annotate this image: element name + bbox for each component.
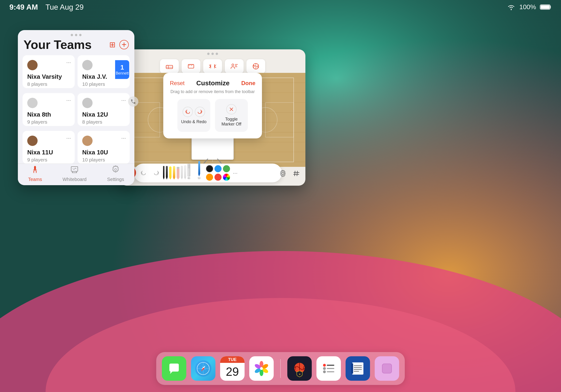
team-avatar-3 bbox=[82, 98, 93, 108]
tab-whiteboard-label: Whiteboard bbox=[63, 177, 86, 182]
notif-name: Bennett bbox=[116, 71, 129, 76]
teams-grid-icon[interactable]: ⊞ bbox=[109, 40, 116, 49]
tab-whiteboard[interactable]: Whiteboard bbox=[63, 165, 86, 182]
redo-icon bbox=[195, 107, 205, 117]
team-players-4: 9 players bbox=[27, 157, 70, 163]
dock-app-safari[interactable] bbox=[191, 356, 216, 381]
draw-undo-btn[interactable] bbox=[139, 170, 149, 176]
customize-item-undo[interactable]: Undo & Redo bbox=[177, 99, 210, 132]
wb-dot-3 bbox=[216, 53, 218, 55]
color-orange[interactable] bbox=[206, 174, 213, 181]
team-players-0: 8 players bbox=[27, 81, 70, 87]
team-card-4[interactable]: Nixa 11U 9 players ··· bbox=[22, 131, 75, 164]
wb-settings-icon[interactable] bbox=[277, 168, 289, 179]
wb-tool-players[interactable] bbox=[225, 59, 244, 73]
svg-point-18 bbox=[232, 64, 234, 66]
pen-medium-dark[interactable] bbox=[166, 166, 168, 180]
pen-blue-accent[interactable]: 50 bbox=[198, 161, 200, 180]
pen-fine-black[interactable] bbox=[163, 166, 164, 180]
team-menu-2[interactable]: ··· bbox=[66, 97, 71, 103]
ruler-tool[interactable]: 80 bbox=[187, 164, 190, 180]
team-avatar-2 bbox=[27, 98, 38, 108]
team-name-3: Nixa 12U bbox=[82, 111, 125, 118]
status-right: 100% bbox=[507, 3, 552, 11]
tab-settings-label: Settings bbox=[107, 177, 124, 182]
team-menu-3[interactable]: ··· bbox=[121, 97, 126, 103]
teams-add-button[interactable]: + bbox=[119, 40, 129, 49]
drawing-tools: 80 50 bbox=[163, 166, 200, 180]
window-dot-3 bbox=[79, 34, 82, 36]
color-red[interactable] bbox=[215, 174, 222, 181]
team-avatar-4 bbox=[27, 136, 38, 146]
wb-dot-2 bbox=[211, 53, 214, 55]
svg-point-70 bbox=[323, 370, 326, 373]
color-multi[interactable] bbox=[223, 174, 230, 181]
draw-more-btn[interactable]: ··· bbox=[233, 170, 237, 176]
phone-side-icon bbox=[128, 96, 138, 107]
customize-header: Reset Customize Done bbox=[170, 79, 255, 87]
wb-tool-ruler[interactable] bbox=[182, 59, 200, 73]
team-name-2: Nixa 8th bbox=[27, 111, 70, 118]
team-name-5: Nixa 10U bbox=[82, 149, 125, 156]
team-name-4: Nixa 11U bbox=[27, 149, 70, 156]
tab-teams[interactable]: Teams bbox=[28, 165, 42, 182]
wb-tool-basketball[interactable] bbox=[247, 59, 265, 73]
svg-point-68 bbox=[323, 367, 326, 370]
customize-item-marker[interactable]: ToggleMarker Off bbox=[215, 99, 248, 132]
wb-right-icons bbox=[277, 168, 302, 179]
tab-whiteboard-icon bbox=[70, 165, 79, 176]
pen-white-1[interactable] bbox=[181, 166, 183, 180]
customize-done-btn[interactable]: Done bbox=[241, 80, 255, 87]
team-card-5[interactable]: Nixa 10U 10 players ··· bbox=[77, 131, 130, 164]
battery-icon bbox=[540, 4, 552, 10]
dock-app-notebooks[interactable] bbox=[345, 356, 370, 381]
pen-yellow-2[interactable] bbox=[173, 166, 175, 180]
svg-rect-7 bbox=[540, 5, 550, 9]
color-green[interactable] bbox=[223, 165, 230, 172]
pen-yellow-1[interactable] bbox=[169, 166, 172, 180]
svg-point-5 bbox=[511, 9, 512, 10]
team-card-0[interactable]: Nixa Varsity 8 players ··· bbox=[22, 55, 75, 88]
team-avatar-1 bbox=[82, 60, 93, 70]
team-menu-0[interactable]: ··· bbox=[66, 59, 71, 65]
team-card-3[interactable]: Nixa 12U 8 players ··· bbox=[77, 93, 130, 126]
wb-hashtag-icon[interactable] bbox=[291, 168, 302, 179]
draw-redo-btn[interactable] bbox=[151, 170, 161, 176]
teams-window-dots bbox=[18, 30, 134, 38]
wb-draw-toolbar: 80 50 ··· bbox=[134, 163, 282, 182]
pen-eraser[interactable] bbox=[177, 167, 180, 180]
dock-app-calendar[interactable]: TUE 29 bbox=[220, 356, 245, 381]
customize-modal: Reset Customize Done Drag to add or remo… bbox=[163, 73, 262, 138]
team-card-2[interactable]: Nixa 8th 9 players ··· bbox=[22, 93, 75, 126]
pen-white-2[interactable] bbox=[184, 165, 186, 180]
dock-app-photos[interactable] bbox=[249, 356, 274, 381]
color-black[interactable] bbox=[206, 165, 213, 172]
customize-reset-btn[interactable]: Reset bbox=[170, 80, 185, 87]
wb-tool-eraser[interactable] bbox=[160, 59, 179, 73]
team-menu-4[interactable]: ··· bbox=[66, 135, 71, 141]
dock-app-reminders[interactable] bbox=[316, 356, 341, 381]
dock-app-pink[interactable] bbox=[375, 356, 399, 381]
svg-rect-73 bbox=[352, 362, 363, 375]
teams-title: Your Teams bbox=[23, 38, 92, 52]
teams-tabbar: Teams Whiteboard Settings bbox=[18, 163, 134, 185]
dock-divider bbox=[280, 359, 281, 378]
window-dot-1 bbox=[71, 34, 73, 36]
team-menu-5[interactable]: ··· bbox=[121, 135, 126, 141]
tab-settings[interactable]: Settings bbox=[107, 165, 124, 182]
teams-window: Your Teams ⊞ + Nixa Varsity 8 players ··… bbox=[18, 30, 134, 185]
undo-icon bbox=[183, 107, 193, 117]
svg-line-44 bbox=[297, 171, 297, 176]
dock-app-basketball[interactable]: ★ bbox=[287, 356, 312, 381]
calendar-day: 29 bbox=[226, 365, 239, 379]
svg-point-12 bbox=[167, 65, 168, 66]
svg-point-42 bbox=[282, 172, 284, 174]
team-avatar-5 bbox=[82, 136, 93, 146]
status-date: Tue Aug 29 bbox=[46, 3, 84, 11]
wb-tool-flip[interactable] bbox=[203, 59, 222, 73]
team-players-2: 9 players bbox=[27, 119, 70, 125]
dock-app-messages[interactable] bbox=[162, 356, 186, 381]
color-blue[interactable] bbox=[215, 165, 222, 172]
marker-x-icon bbox=[226, 104, 237, 114]
svg-point-10 bbox=[115, 168, 117, 170]
